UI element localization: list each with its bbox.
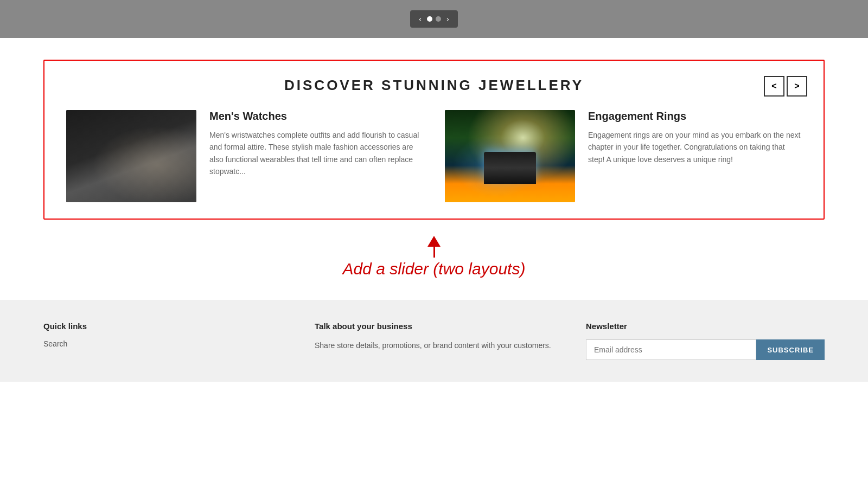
business-heading: Talk about your business [315, 322, 553, 331]
hero-area: ‹ › [0, 0, 868, 38]
main-content: DISCOVER STUNNING JEWELLERY < > Men's Wa… [0, 38, 868, 300]
jewellery-title: DISCOVER STUNNING JEWELLERY [66, 77, 802, 94]
footer: Quick links Search Talk about your busin… [0, 300, 868, 382]
carousel-dot-2[interactable] [436, 16, 441, 22]
products-row: Men's Watches Men's wristwatches complet… [66, 110, 802, 202]
carousel-controls: ‹ › [410, 10, 457, 28]
product-info-watches: Men's Watches Men's wristwatches complet… [209, 110, 423, 202]
product-desc-watches: Men's wristwatches complete outfits and … [209, 129, 423, 178]
footer-quick-links: Quick links Search [43, 322, 282, 360]
newsletter-heading: Newsletter [586, 322, 825, 331]
footer-search-link[interactable]: Search [43, 339, 282, 348]
product-item-rings: Engagement Rings Engagement rings are on… [445, 110, 802, 202]
product-info-rings: Engagement Rings Engagement rings are on… [588, 110, 802, 202]
jewellery-nav: < > [764, 76, 807, 97]
annotation-area: Add a slider (two layouts) [43, 230, 825, 289]
arrow-line [433, 247, 435, 258]
carousel-next-button[interactable]: › [444, 14, 451, 24]
jewellery-section: DISCOVER STUNNING JEWELLERY < > Men's Wa… [43, 60, 825, 220]
footer-newsletter: Newsletter SUBSCRIBE [586, 322, 825, 360]
jewellery-prev-button[interactable]: < [764, 76, 784, 97]
product-name-rings: Engagement Rings [588, 110, 802, 123]
quick-links-heading: Quick links [43, 322, 282, 331]
business-text: Share store details, promotions, or bran… [315, 339, 553, 351]
carousel-dot-1[interactable] [427, 16, 432, 22]
up-arrow-icon [427, 236, 441, 247]
footer-business: Talk about your business Share store det… [315, 322, 553, 360]
product-name-watches: Men's Watches [209, 110, 423, 123]
product-image-rings [445, 110, 575, 202]
newsletter-email-input[interactable] [586, 339, 756, 360]
product-image-watches [66, 110, 196, 202]
newsletter-form: SUBSCRIBE [586, 339, 825, 360]
product-desc-rings: Engagement rings are on your mind as you… [588, 129, 802, 165]
newsletter-subscribe-button[interactable]: SUBSCRIBE [756, 339, 825, 360]
product-item-watches: Men's Watches Men's wristwatches complet… [66, 110, 423, 202]
annotation-text: Add a slider (two layouts) [343, 260, 526, 278]
jewellery-next-button[interactable]: > [787, 76, 807, 97]
carousel-prev-button[interactable]: ‹ [417, 14, 424, 24]
